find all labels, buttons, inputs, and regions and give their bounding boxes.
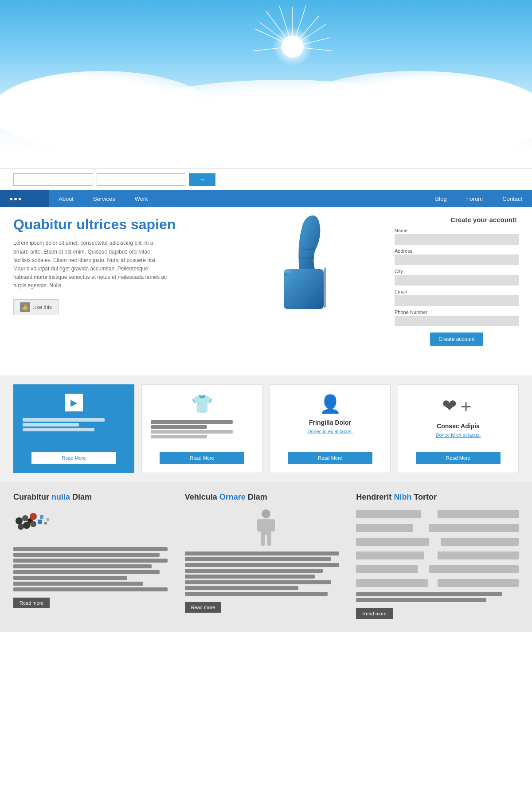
card-4-button[interactable]: Read More [416, 452, 501, 464]
hero-section [0, 0, 532, 168]
nav-item-services[interactable]: Services [83, 190, 125, 207]
card-2: 👕 Read More [141, 384, 262, 473]
card-3-link[interactable]: Donec id ex at lacus. [307, 429, 352, 434]
text-line [185, 580, 331, 584]
field-label-email: Email [395, 289, 519, 294]
cloud-center [106, 80, 461, 168]
card-line [23, 428, 94, 431]
bottom-col-2-text [185, 551, 348, 596]
card-line [23, 418, 105, 422]
field-label-name: Name [395, 228, 519, 233]
svg-rect-27 [40, 515, 43, 519]
bottom-col-3-button[interactable]: Read more [356, 608, 392, 619]
text-line [185, 557, 331, 561]
bottom-col-1-button[interactable]: Read more [13, 598, 50, 608]
svg-rect-29 [47, 518, 49, 521]
field-input-name[interactable] [395, 234, 519, 245]
form-fields: Name Address City Email Phone Number [395, 228, 519, 326]
search-input-2[interactable] [97, 173, 185, 186]
account-form: Create your account! Name Address City E… [395, 216, 519, 367]
card-1-lines [21, 417, 127, 433]
form-line [356, 579, 427, 587]
text-line [13, 582, 143, 586]
bottom-col-3-title: Hendrerit Nibh Tortor [356, 493, 519, 502]
nav-item-contact[interactable]: Contact [493, 190, 532, 207]
svg-rect-28 [44, 522, 47, 524]
nav-label-services: Services [93, 196, 115, 202]
card-1-button[interactable]: Read More [31, 452, 116, 464]
svg-rect-23 [23, 522, 30, 529]
bottom-col-2: Vehicula Ornare Diam Read mo [185, 493, 348, 619]
card-line [151, 430, 233, 434]
bottom-col-3: Hendrerit Nibh Tortor [356, 493, 519, 619]
nav-item-blog[interactable]: Blog [426, 190, 457, 207]
svg-rect-34 [261, 533, 265, 546]
bottom-col-1: Curabitur nulla Diam [13, 493, 176, 619]
svg-rect-31 [261, 519, 271, 535]
field-input-address[interactable] [395, 254, 519, 265]
like-icon: 👍 [20, 302, 30, 312]
bottom-col-1-text [13, 547, 176, 591]
svg-rect-32 [257, 519, 262, 532]
text-line [185, 551, 339, 555]
form-line [356, 551, 424, 559]
text-line [185, 563, 339, 567]
nav-label-forum: Forum [466, 196, 483, 202]
nav-label-home: ■ ■ ■ [10, 196, 21, 201]
nav-item-about[interactable]: About [49, 190, 83, 207]
svg-rect-33 [270, 519, 275, 532]
text-line [185, 569, 323, 573]
svg-rect-14 [284, 269, 287, 273]
navigation: ■ ■ ■ About Services Work Blog Forum Con… [0, 190, 532, 207]
card-4-link[interactable]: Donec id ex at lacus. [435, 432, 481, 438]
svg-rect-20 [22, 515, 28, 521]
card-1: ▶ Read More [13, 384, 134, 473]
bottom-col-2-button[interactable]: Read more [185, 602, 221, 613]
search-bar: → [0, 168, 532, 190]
form-line [356, 538, 429, 546]
form-line [356, 510, 421, 518]
form-line [429, 565, 519, 573]
form-line [356, 524, 413, 532]
form-line [438, 510, 519, 518]
pixel-art-image [13, 508, 71, 542]
svg-rect-26 [38, 520, 42, 524]
svg-rect-16 [284, 273, 287, 276]
bottom-col-3-text [356, 592, 519, 602]
card-1-arrow-icon: ▶ [65, 394, 83, 411]
nav-item-forum[interactable]: Forum [457, 190, 493, 207]
field-input-email[interactable] [395, 295, 519, 306]
form-line [438, 551, 519, 559]
card-line [151, 435, 207, 438]
search-input-1[interactable] [13, 173, 93, 186]
search-arrow-icon: → [199, 176, 206, 184]
field-input-city[interactable] [395, 275, 519, 286]
bottom-col-2-title: Vehicula Ornare Diam [185, 493, 348, 502]
nav-label-blog: Blog [435, 196, 447, 202]
create-account-button[interactable]: Create account [430, 332, 483, 346]
card-3: 👤 Fringilla Dolor Donec id ex at lacus. … [270, 384, 391, 473]
text-line [356, 598, 486, 602]
text-line [13, 587, 168, 591]
search-button[interactable]: → [189, 173, 215, 186]
heart-plus-icon: ❤＋ [442, 394, 475, 418]
like-button[interactable]: 👍 Like this [13, 299, 59, 315]
text-line [356, 592, 502, 596]
svg-rect-22 [18, 524, 24, 530]
main-content: Quabitur ultrices sapien Lorem ipsum dol… [0, 207, 532, 375]
hero-title-blue: sapien [131, 216, 176, 232]
card-3-button[interactable]: Read More [288, 452, 372, 464]
person-icon: 👤 [319, 394, 341, 415]
field-label-city: City [395, 269, 519, 274]
nav-item-home[interactable]: ■ ■ ■ [0, 190, 49, 207]
nav-item-work[interactable]: Work [125, 190, 158, 207]
cards-section: ▶ Read More 👕 Read More 👤 Fringilla Dolo… [0, 375, 532, 482]
svg-rect-24 [30, 521, 36, 527]
bottom-col-2-figure [185, 508, 348, 546]
hero-body-text: Lorem ipsum dolor sit amet, consectetur … [13, 239, 168, 290]
field-input-phone[interactable] [395, 316, 519, 326]
text-line [185, 592, 328, 596]
shirt-icon: 👕 [191, 394, 213, 415]
card-2-button[interactable]: Read More [160, 452, 244, 464]
text-line [13, 570, 160, 574]
